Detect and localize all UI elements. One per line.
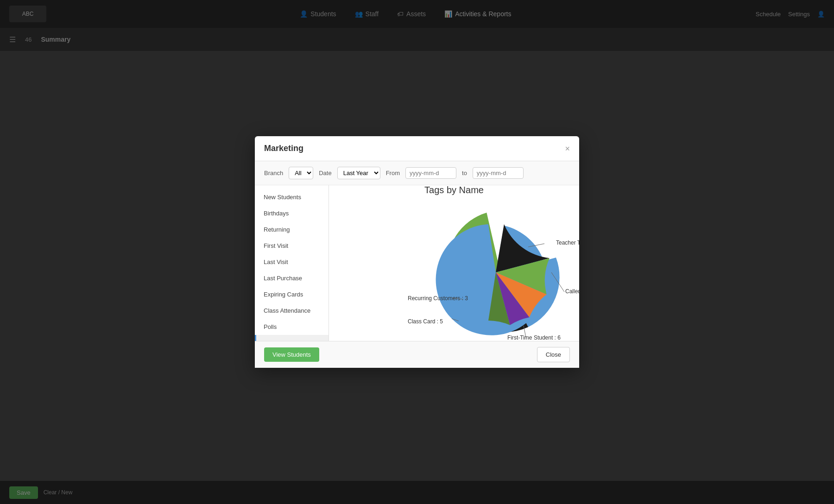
- modal-backdrop: Marketing × Branch All Date Last Year Fr…: [0, 0, 834, 504]
- modal-chart-area: Tags by Name: [329, 185, 579, 341]
- sidebar-item-class-attendance[interactable]: Class Attendance: [255, 302, 329, 319]
- sidebar-item-birthdays[interactable]: Birthdays: [255, 205, 329, 221]
- label-first-time: First-Time Student : 6: [507, 334, 561, 341]
- label-teacher-training: Teacher Training : 3: [556, 239, 579, 246]
- modal-sidebar: New Students Birthdays Returning First V…: [255, 185, 329, 341]
- modal-footer: View Students Close: [255, 341, 579, 368]
- sidebar-item-polls[interactable]: Polls: [255, 319, 329, 335]
- pie-chart-container: Teacher Training : 3 Recurring Customers…: [371, 203, 537, 341]
- date-select[interactable]: Last Year: [337, 167, 380, 179]
- close-button[interactable]: Close: [537, 347, 570, 362]
- modal-title: Marketing: [264, 144, 303, 153]
- from-label: From: [386, 170, 400, 176]
- sidebar-item-expiring-cards[interactable]: Expiring Cards: [255, 286, 329, 302]
- modal-header: Marketing ×: [255, 136, 579, 161]
- branch-label: Branch: [264, 170, 283, 176]
- branch-select[interactable]: All: [289, 167, 313, 179]
- label-called: Called : 11: [565, 288, 579, 295]
- sidebar-item-last-purchase[interactable]: Last Purchase: [255, 270, 329, 286]
- modal-toolbar: Branch All Date Last Year From to: [255, 161, 579, 185]
- marketing-modal: Marketing × Branch All Date Last Year Fr…: [255, 136, 579, 368]
- sidebar-item-new-students[interactable]: New Students: [255, 189, 329, 205]
- sidebar-item-first-visit[interactable]: First Visit: [255, 238, 329, 254]
- to-label: to: [462, 170, 467, 176]
- view-students-button[interactable]: View Students: [264, 347, 319, 362]
- sidebar-item-returning[interactable]: Returning: [255, 221, 329, 238]
- sidebar-item-tags[interactable]: Tags: [255, 335, 329, 341]
- label-class-card: Class Card : 5: [408, 318, 443, 325]
- modal-body: New Students Birthdays Returning First V…: [255, 185, 579, 341]
- pie-chart-svg: Teacher Training : 3 Recurring Customers…: [371, 203, 579, 341]
- chart-title: Tags by Name: [424, 185, 484, 195]
- label-recurring: Recurring Customers : 3: [408, 295, 468, 302]
- to-date-input[interactable]: [473, 167, 524, 179]
- sidebar-item-last-visit[interactable]: Last Visit: [255, 254, 329, 270]
- modal-close-button[interactable]: ×: [565, 145, 570, 153]
- from-date-input[interactable]: [405, 167, 456, 179]
- date-label: Date: [319, 170, 331, 176]
